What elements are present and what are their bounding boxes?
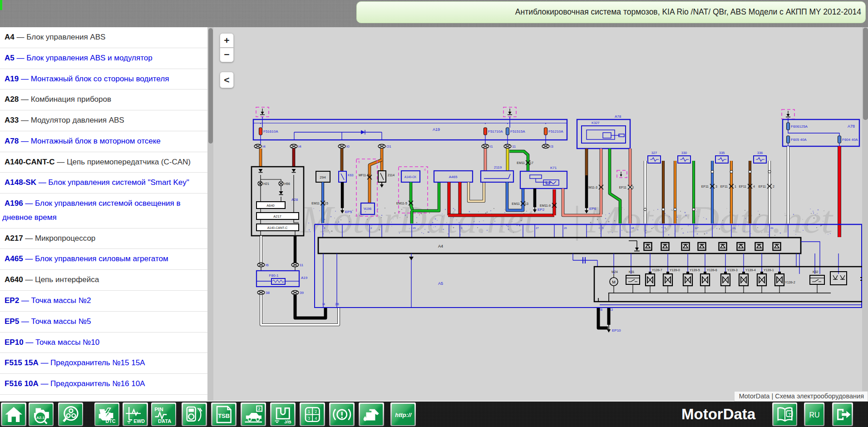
svg-text:A28: A28 <box>291 198 298 202</box>
svg-text:13: 13 <box>732 227 735 229</box>
svg-text:Y139-4: Y139-4 <box>745 268 756 272</box>
svg-text:EP6: EP6 <box>589 207 597 211</box>
svg-text:13: 13 <box>525 202 528 205</box>
svg-text:K71: K71 <box>550 166 557 170</box>
svg-text:Y139-6: Y139-6 <box>707 268 717 272</box>
svg-text:M: M <box>612 280 616 284</box>
svg-text:I4: I4 <box>262 144 266 149</box>
svg-text:11: 11 <box>512 144 516 149</box>
svg-text:2: 2 <box>773 185 774 188</box>
svg-text:F604 40A: F604 40A <box>842 138 858 142</box>
svg-text:15: 15 <box>325 202 328 205</box>
svg-text:|: | <box>571 199 582 241</box>
svg-text:4: 4 <box>424 168 426 171</box>
svg-text:TSB: TSB <box>218 412 230 419</box>
svg-text:1: 1 <box>735 185 736 188</box>
svg-text:I0: I0 <box>346 144 350 149</box>
svg-text:A19: A19 <box>301 276 308 280</box>
svg-text:EP5: EP5 <box>345 210 352 214</box>
svg-text:38: 38 <box>266 291 270 295</box>
svg-text:3: 3 <box>308 416 310 421</box>
svg-text:27: 27 <box>536 227 539 229</box>
svg-text:Y139-2: Y139-2 <box>785 281 795 284</box>
svg-text:I4: I4 <box>298 144 301 149</box>
svg-text:EF11: EF11 <box>759 185 766 188</box>
svg-text:EM11: EM11 <box>512 202 520 205</box>
svg-text:I4: I4 <box>322 303 325 306</box>
svg-text:EM11: EM11 <box>311 202 320 205</box>
svg-text:15: 15 <box>413 227 416 229</box>
svg-text:330: 330 <box>681 151 687 155</box>
svg-text:Y139-5: Y139-5 <box>690 268 700 272</box>
svg-text:39: 39 <box>300 291 304 295</box>
svg-text:F51710A: F51710A <box>488 129 503 134</box>
svg-text:EF11: EF11 <box>701 185 709 188</box>
svg-text:17: 17 <box>530 161 533 164</box>
svg-text:EWD: EWD <box>133 418 145 424</box>
svg-text:EM11-3: EM11-3 <box>587 186 597 189</box>
svg-text:2: 2 <box>258 406 260 411</box>
svg-text:I1: I1 <box>490 144 493 149</box>
svg-text:J/B: J/B <box>284 419 291 424</box>
svg-text:335: 335 <box>719 151 725 155</box>
svg-text:3: 3 <box>632 186 634 189</box>
svg-text:Y139-0: Y139-0 <box>670 268 680 272</box>
svg-text:http://: http:// <box>395 412 412 418</box>
svg-text:A196: A196 <box>364 207 371 210</box>
svg-text:294: 294 <box>320 175 326 179</box>
svg-text:O1: O1 <box>386 144 391 149</box>
svg-text:327: 327 <box>651 151 657 155</box>
svg-text:I6: I6 <box>266 263 269 267</box>
svg-text:26: 26 <box>564 227 567 229</box>
svg-text:MotorData.net: MotorData.net <box>300 199 536 241</box>
svg-text:F606125A: F606125A <box>791 124 808 129</box>
svg-text:K63: K63 <box>348 174 354 177</box>
svg-text:M24: M24 <box>612 270 618 273</box>
svg-text:F51210A: F51210A <box>548 129 563 134</box>
svg-text:A5: A5 <box>438 281 443 286</box>
svg-text:4: 4 <box>753 185 755 188</box>
svg-text:DATA: DATA <box>158 418 171 424</box>
svg-text:2119: 2119 <box>494 165 502 169</box>
svg-text:12: 12 <box>695 227 698 229</box>
svg-text:21: 21 <box>770 227 774 229</box>
svg-text:A217: A217 <box>273 214 281 218</box>
svg-text:EM11-9: EM11-9 <box>540 204 551 207</box>
svg-text:1AZ-13: 1AZ-13 <box>35 415 47 419</box>
svg-text:F605 40A: F605 40A <box>791 138 807 142</box>
svg-text:H56: H56 <box>284 182 290 185</box>
svg-text:EF11: EF11 <box>720 185 728 188</box>
svg-text:K31: K31 <box>629 270 635 273</box>
svg-text:A465: A465 <box>449 175 458 179</box>
svg-text:EF11: EF11 <box>619 186 626 189</box>
svg-text:Y139-3: Y139-3 <box>727 268 738 272</box>
svg-text:A140-CANT-C: A140-CANT-C <box>267 226 288 229</box>
svg-text:2: 2 <box>315 408 317 413</box>
svg-text:EM11-5: EM11-5 <box>396 202 407 205</box>
svg-text:18: 18 <box>631 227 634 229</box>
svg-text:1: 1 <box>308 408 310 413</box>
svg-text:F80-1: F80-1 <box>269 273 279 278</box>
svg-text:EP2: EP2 <box>538 208 545 212</box>
svg-text:DTC: DTC <box>106 418 116 424</box>
svg-text:EM11: EM11 <box>517 161 525 164</box>
svg-text:H21: H21 <box>263 182 269 185</box>
svg-text:Y139-7: Y139-7 <box>652 268 662 272</box>
svg-text:336: 336 <box>757 151 763 155</box>
svg-text:11: 11 <box>300 263 304 267</box>
svg-text:I3: I3 <box>550 144 553 149</box>
svg-text:F51515A: F51515A <box>510 129 525 134</box>
svg-text:MotorData.net: MotorData.net <box>586 199 834 241</box>
svg-text:A19: A19 <box>433 127 440 132</box>
svg-text:PIN: PIN <box>154 406 163 412</box>
svg-text:RU: RU <box>809 411 819 418</box>
svg-text:?: ? <box>788 411 790 416</box>
svg-text:A78: A78 <box>615 114 621 119</box>
svg-text:3: 3 <box>715 185 717 188</box>
svg-text:5: 5 <box>358 160 360 164</box>
svg-text:A140-CK: A140-CK <box>404 175 417 179</box>
svg-text:A78: A78 <box>848 124 855 129</box>
svg-text:F51610A: F51610A <box>263 129 278 134</box>
svg-text:Y139-1: Y139-1 <box>764 268 774 272</box>
svg-text:A4: A4 <box>438 244 443 248</box>
